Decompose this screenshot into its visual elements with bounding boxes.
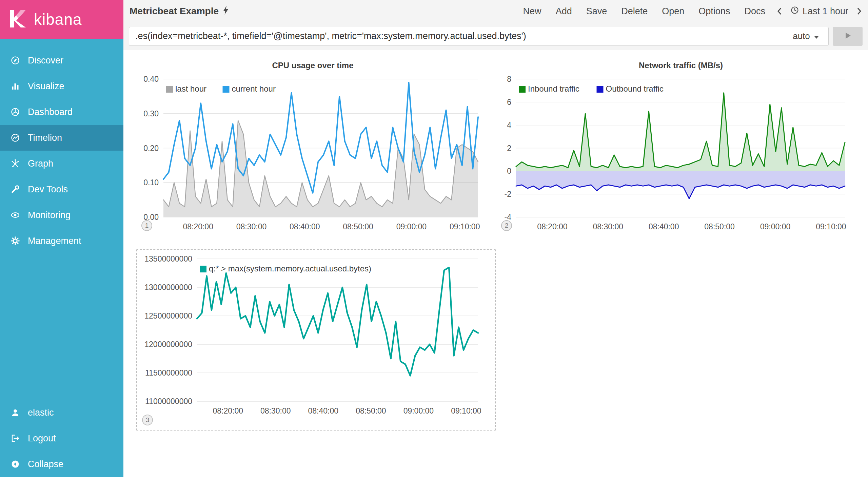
sidebar-item-label: Logout: [28, 433, 56, 444]
svg-text:09:10:00: 09:10:00: [451, 406, 481, 415]
sidebar-item-timelion[interactable]: Timelion: [0, 125, 123, 151]
svg-text:12500000000: 12500000000: [144, 311, 192, 320]
dashboard-icon: [10, 107, 20, 117]
panel-number-badge[interactable]: 1: [141, 220, 152, 231]
wrench-icon: [10, 184, 20, 194]
svg-text:08:50:00: 08:50:00: [356, 406, 386, 415]
sidebar-item-label: Graph: [28, 158, 53, 169]
kibana-logo-mark-icon: [5, 6, 29, 32]
svg-text:08:50:00: 08:50:00: [343, 222, 373, 231]
area-inbound-traffic: [516, 93, 845, 171]
timelion-expression-input[interactable]: [129, 27, 783, 45]
legend-swatch: [597, 86, 604, 93]
cpu-usage-chart[interactable]: 0.000.100.200.300.4008:20:0008:30:0008:4…: [129, 71, 497, 242]
svg-text:08:30:00: 08:30:00: [593, 222, 624, 231]
svg-text:09:10:00: 09:10:00: [450, 222, 480, 231]
sidebar-item-discover[interactable]: Discover: [0, 47, 123, 73]
gear-icon: [10, 236, 20, 246]
svg-text:08:30:00: 08:30:00: [236, 222, 267, 231]
timelion-icon: [10, 133, 20, 143]
menu-item-options[interactable]: Options: [698, 6, 730, 17]
panel-number-badge[interactable]: 3: [142, 415, 153, 425]
sidebar-item-label: Visualize: [28, 81, 64, 92]
line-q-max-system-memory-actual-used-bytes: [197, 267, 478, 376]
sidebar-item-dev-tools[interactable]: Dev Tools: [0, 176, 123, 202]
svg-text:0: 0: [507, 167, 511, 175]
memory-chart[interactable]: 1100000000011500000000120000000001250000…: [138, 252, 494, 424]
sidebar-nav-bottom: elasticLogoutCollapse: [0, 400, 123, 477]
svg-text:08:20:00: 08:20:00: [537, 222, 568, 231]
sidebar-item-dashboard[interactable]: Dashboard: [0, 99, 123, 125]
svg-text:13000000000: 13000000000: [144, 283, 192, 292]
legend-label: current hour: [232, 84, 276, 93]
sidebar-item-graph[interactable]: Graph: [0, 151, 123, 176]
run-query-button[interactable]: [833, 27, 863, 46]
menu-item-add[interactable]: Add: [556, 6, 572, 17]
dashboard-title: Metricbeat Example: [130, 5, 229, 17]
legend-swatch: [200, 266, 206, 272]
sidebar-item-collapse[interactable]: Collapse: [0, 451, 123, 477]
svg-text:08:30:00: 08:30:00: [260, 406, 291, 415]
cpu-usage-panel[interactable]: CPU usage over time 0.000.100.200.300.40…: [129, 60, 497, 245]
menu-item-open[interactable]: Open: [662, 6, 684, 17]
panel-number-badge[interactable]: 2: [501, 220, 512, 231]
collapse-icon: [10, 459, 20, 469]
play-icon: [843, 31, 852, 41]
legend-label: q:* > max(system.memory.actual.used.byte…: [209, 264, 371, 273]
dashboard-title-text: Metricbeat Example: [130, 6, 219, 17]
menu-item-delete[interactable]: Delete: [621, 6, 648, 17]
sidebar-item-label: Management: [28, 236, 81, 246]
interval-select[interactable]: auto: [783, 27, 828, 45]
sidebar-item-monitoring[interactable]: Monitoring: [0, 202, 123, 228]
legend-swatch: [223, 86, 230, 93]
svg-text:0.20: 0.20: [143, 144, 159, 153]
memory-panel-selected[interactable]: 1100000000011500000000120000000001250000…: [136, 249, 496, 431]
memory-plot: 1100000000011500000000120000000001250000…: [138, 252, 494, 422]
svg-text:0.10: 0.10: [143, 178, 159, 187]
network-traffic-panel[interactable]: Network traffic (MB/s) -4-20246808:20:00…: [501, 60, 861, 245]
sidebar-item-logout[interactable]: Logout: [0, 425, 123, 451]
menu-item-save[interactable]: Save: [586, 6, 607, 17]
chevron-right-icon[interactable]: [855, 5, 863, 17]
svg-text:09:00:00: 09:00:00: [396, 222, 427, 231]
time-picker[interactable]: Last 1 hour: [790, 6, 848, 17]
svg-text:0.30: 0.30: [143, 109, 159, 118]
svg-text:12000000000: 12000000000: [144, 340, 192, 349]
bolt-icon: [223, 5, 229, 17]
chevron-left-icon[interactable]: [775, 5, 784, 17]
clock-icon: [790, 6, 799, 17]
logout-icon: [10, 433, 20, 443]
svg-text:09:00:00: 09:00:00: [403, 406, 434, 415]
svg-text:0.40: 0.40: [143, 75, 159, 83]
eye-icon: [10, 210, 20, 220]
network-traffic-chart[interactable]: -4-20246808:20:0008:30:0008:40:0008:50:0…: [501, 71, 861, 242]
user-icon: [10, 407, 20, 418]
sidebar-item-label: Dashboard: [28, 107, 73, 117]
sidebar-nav: DiscoverVisualizeDashboardTimelionGraphD…: [0, 39, 123, 254]
kibana-logo[interactable]: kibana: [0, 0, 123, 39]
legend-label: Inbound traffic: [528, 84, 579, 93]
timelion-query-bar: auto: [123, 22, 868, 50]
compass-icon: [10, 55, 20, 65]
cpu-usage-plot: 0.000.100.200.300.4008:20:0008:30:0008:4…: [129, 71, 497, 241]
menu-item-docs[interactable]: Docs: [744, 6, 765, 17]
sidebar: kibana DiscoverVisualizeDashboardTimelio…: [0, 0, 123, 477]
charts-area: CPU usage over time 0.000.100.200.300.40…: [123, 50, 868, 477]
svg-text:2: 2: [507, 144, 511, 153]
sidebar-item-label: Collapse: [28, 459, 63, 470]
svg-text:11000000000: 11000000000: [145, 397, 192, 406]
kibana-app: kibana DiscoverVisualizeDashboardTimelio…: [0, 0, 868, 477]
menu-item-new[interactable]: New: [523, 6, 541, 17]
svg-text:08:40:00: 08:40:00: [649, 222, 679, 231]
sidebar-item-user[interactable]: elastic: [0, 400, 123, 425]
sidebar-item-label: Timelion: [28, 133, 62, 143]
svg-text:6: 6: [507, 98, 511, 107]
svg-text:08:50:00: 08:50:00: [704, 222, 735, 231]
svg-text:4: 4: [507, 121, 511, 130]
interval-value: auto: [793, 31, 810, 41]
sidebar-item-management[interactable]: Management: [0, 228, 123, 254]
svg-text:13500000000: 13500000000: [144, 254, 192, 263]
sidebar-item-visualize[interactable]: Visualize: [0, 73, 123, 99]
chart-title: CPU usage over time: [129, 60, 497, 71]
chart-title: Network traffic (MB/s): [501, 60, 861, 71]
